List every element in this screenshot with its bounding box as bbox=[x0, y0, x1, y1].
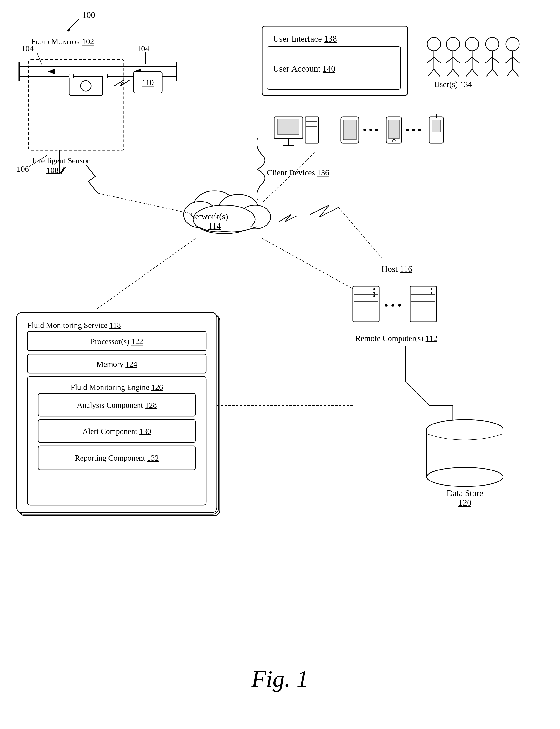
svg-rect-63 bbox=[278, 119, 299, 135]
svg-rect-111 bbox=[38, 420, 195, 442]
svg-line-95 bbox=[339, 207, 381, 258]
svg-text:100: 100 bbox=[82, 10, 95, 20]
svg-text:Data Store: Data Store bbox=[447, 488, 483, 498]
svg-point-126 bbox=[373, 295, 375, 297]
svg-text:User Account 140: User Account 140 bbox=[273, 64, 335, 73]
svg-text:Client Devices 136: Client Devices 136 bbox=[267, 168, 329, 177]
svg-rect-100 bbox=[18, 314, 218, 514]
svg-line-139 bbox=[405, 382, 429, 405]
svg-text:Remote Computer(s) 112: Remote Computer(s) 112 bbox=[355, 334, 437, 343]
svg-line-58 bbox=[507, 69, 513, 76]
svg-line-33 bbox=[434, 57, 441, 63]
svg-point-136 bbox=[431, 292, 432, 294]
svg-text:Analysis Component 128: Analysis Component 128 bbox=[77, 401, 157, 409]
svg-rect-105 bbox=[27, 354, 206, 373]
svg-rect-130 bbox=[410, 286, 436, 322]
svg-line-97 bbox=[95, 238, 195, 310]
svg-text:User Interface 138: User Interface 138 bbox=[273, 34, 337, 44]
svg-point-48 bbox=[486, 37, 499, 51]
svg-rect-113 bbox=[38, 446, 195, 470]
svg-line-0 bbox=[67, 19, 79, 31]
svg-line-50 bbox=[485, 57, 492, 63]
svg-line-39 bbox=[453, 57, 460, 63]
svg-point-129 bbox=[398, 304, 401, 307]
svg-rect-107 bbox=[27, 376, 206, 505]
svg-line-45 bbox=[472, 57, 479, 63]
svg-rect-62 bbox=[274, 117, 303, 138]
svg-rect-103 bbox=[27, 331, 206, 351]
svg-point-87 bbox=[218, 194, 259, 225]
svg-point-42 bbox=[465, 37, 479, 51]
svg-rect-85 bbox=[432, 120, 441, 132]
svg-line-17 bbox=[37, 52, 42, 64]
svg-rect-13 bbox=[29, 60, 124, 150]
svg-point-74 bbox=[363, 129, 366, 131]
svg-point-127 bbox=[385, 304, 388, 307]
svg-text:Network(s): Network(s) bbox=[189, 212, 228, 221]
svg-point-124 bbox=[373, 288, 375, 290]
svg-point-81 bbox=[412, 129, 415, 131]
svg-rect-9 bbox=[69, 76, 103, 95]
svg-point-79 bbox=[392, 139, 395, 142]
svg-text:114: 114 bbox=[208, 221, 221, 231]
svg-text:108: 108 bbox=[46, 166, 59, 175]
svg-rect-73 bbox=[343, 120, 356, 140]
svg-text:Fluid Monitor 102: Fluid Monitor 102 bbox=[31, 37, 94, 46]
svg-point-125 bbox=[373, 292, 375, 294]
svg-marker-6 bbox=[134, 69, 141, 74]
svg-point-10 bbox=[81, 81, 91, 91]
svg-rect-77 bbox=[386, 117, 402, 143]
svg-rect-12 bbox=[103, 74, 107, 78]
svg-point-54 bbox=[506, 37, 519, 51]
svg-point-82 bbox=[418, 129, 421, 131]
svg-text:Fluid Monitoring Engine 126: Fluid Monitoring Engine 126 bbox=[71, 383, 163, 392]
svg-marker-5 bbox=[48, 69, 55, 74]
svg-line-46 bbox=[466, 69, 472, 76]
svg-rect-99 bbox=[20, 315, 220, 516]
svg-line-35 bbox=[434, 69, 440, 76]
svg-rect-78 bbox=[389, 120, 399, 139]
svg-text:Alert Component 130: Alert Component 130 bbox=[82, 427, 151, 436]
svg-line-34 bbox=[428, 69, 434, 76]
svg-point-89 bbox=[240, 205, 271, 229]
svg-rect-26 bbox=[262, 26, 408, 95]
svg-point-76 bbox=[375, 129, 378, 131]
svg-point-146 bbox=[427, 467, 503, 486]
svg-line-52 bbox=[486, 69, 492, 76]
svg-line-57 bbox=[513, 57, 520, 63]
svg-line-96 bbox=[98, 193, 195, 215]
svg-rect-66 bbox=[305, 117, 318, 143]
svg-line-59 bbox=[513, 69, 519, 76]
svg-line-40 bbox=[447, 69, 453, 76]
svg-line-94 bbox=[262, 153, 315, 203]
svg-line-41 bbox=[453, 69, 459, 76]
svg-line-51 bbox=[492, 57, 499, 63]
svg-rect-11 bbox=[69, 74, 73, 78]
svg-line-32 bbox=[427, 57, 434, 63]
svg-marker-2 bbox=[67, 28, 70, 32]
svg-point-80 bbox=[406, 129, 409, 131]
svg-rect-83 bbox=[429, 117, 443, 143]
svg-point-36 bbox=[446, 37, 460, 51]
svg-text:104: 104 bbox=[21, 44, 34, 53]
svg-rect-14 bbox=[134, 72, 162, 93]
svg-text:110: 110 bbox=[142, 78, 154, 87]
svg-point-142 bbox=[427, 420, 503, 439]
svg-line-38 bbox=[446, 57, 453, 63]
svg-rect-72 bbox=[341, 117, 359, 143]
svg-line-56 bbox=[505, 57, 513, 63]
svg-rect-28 bbox=[267, 47, 401, 89]
svg-point-30 bbox=[427, 37, 441, 51]
svg-line-22 bbox=[29, 155, 48, 167]
svg-line-98 bbox=[262, 238, 370, 298]
svg-point-90 bbox=[193, 205, 255, 234]
svg-rect-109 bbox=[38, 393, 195, 416]
svg-line-47 bbox=[472, 69, 478, 76]
svg-line-53 bbox=[492, 69, 498, 76]
svg-text:106: 106 bbox=[17, 165, 29, 173]
svg-text:Intelligent Sensor: Intelligent Sensor bbox=[32, 156, 90, 165]
svg-point-128 bbox=[391, 304, 394, 307]
svg-point-86 bbox=[193, 191, 236, 224]
svg-text:Memory 124: Memory 124 bbox=[96, 360, 137, 368]
svg-text:User(s) 134: User(s) 134 bbox=[434, 80, 472, 89]
